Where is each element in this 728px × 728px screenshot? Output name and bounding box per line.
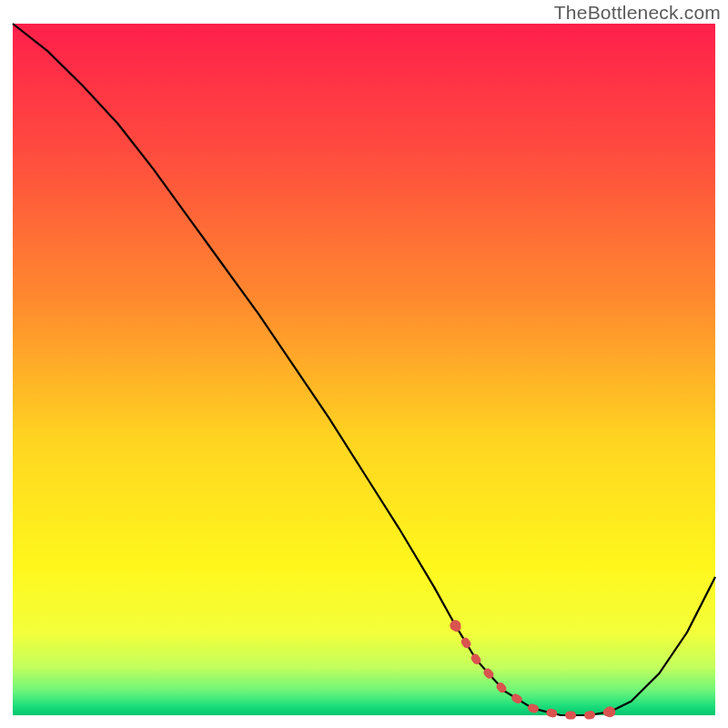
watermark-text: TheBottleneck.com <box>554 2 721 24</box>
optimal-range-endpoint <box>450 620 460 631</box>
optimal-range-endpoint <box>604 706 615 717</box>
gradient-background <box>13 24 715 715</box>
bottleneck-chart <box>0 0 728 728</box>
chart-container: TheBottleneck.com <box>0 0 728 728</box>
